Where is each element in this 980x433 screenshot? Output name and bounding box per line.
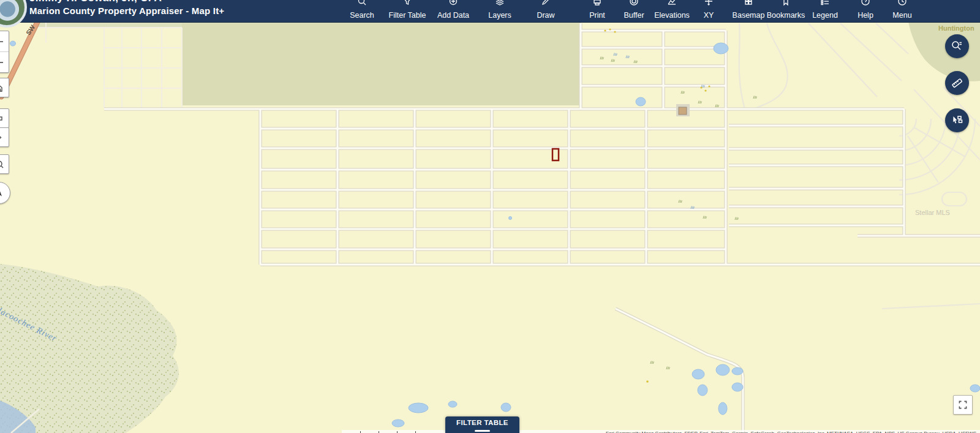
home-icon: [0, 83, 4, 92]
toolbar-item-add-data[interactable]: Add Data: [428, 0, 479, 22]
basemap-icon: [744, 0, 753, 6]
previous-extent-icon: [0, 113, 4, 123]
select-features-button[interactable]: [945, 108, 969, 132]
select-features-icon: [951, 114, 963, 127]
drag-handle[interactable]: [475, 430, 490, 432]
map-container: SW lacoochee River Huntington ub Stellar…: [0, 22, 980, 433]
home-button[interactable]: [0, 78, 9, 97]
next-extent-button[interactable]: [0, 127, 9, 147]
filter-icon: [402, 0, 412, 6]
elevations-icon: [667, 0, 677, 6]
building-symbol: [676, 104, 690, 116]
menu-icon: [897, 0, 907, 6]
toolbar-item-filter-table[interactable]: Filter Table: [382, 0, 433, 22]
identify-search-button[interactable]: [945, 34, 969, 58]
zoom-out-button[interactable]: [0, 51, 9, 72]
bookmarks-icon: [781, 0, 791, 6]
toolbar-item-search[interactable]: Search: [336, 0, 388, 22]
wetland-area: [0, 264, 179, 433]
stellar-label: Stellar MLS: [915, 209, 950, 216]
search-icon: [357, 0, 367, 6]
fullscreen-button[interactable]: [953, 395, 973, 415]
filter-table-tab-label: FILTER TABLE: [445, 419, 519, 426]
xy-icon: [704, 0, 714, 6]
app-header: Jimmy H. Cowan, Jr., CFA Marion County P…: [0, 0, 980, 23]
add-data-icon: [448, 0, 458, 6]
previous-extent-button[interactable]: [0, 108, 9, 128]
toolbar-item-draw[interactable]: Draw: [520, 0, 571, 22]
fullscreen-icon: [956, 397, 970, 412]
filter-table-tab[interactable]: FILTER TABLE: [445, 416, 519, 433]
appraiser-name-title: Jimmy H. Cowan, Jr., CFA: [29, 0, 224, 4]
identify-search-icon: [951, 40, 963, 53]
vegetation-block: [182, 23, 581, 105]
next-extent-icon: [0, 132, 4, 142]
buffer-icon: [629, 0, 639, 6]
help-icon: [861, 0, 870, 6]
app-window: Jimmy H. Cowan, Jr., CFA Marion County P…: [0, 0, 980, 433]
legend-icon: [820, 0, 830, 6]
layers-icon: [495, 0, 505, 6]
zoom-control: [0, 31, 9, 73]
zoom-in-icon: [0, 37, 4, 47]
locate-button[interactable]: [0, 154, 9, 174]
huntington-label: Huntington: [938, 24, 974, 32]
attribution-text: Esri Community Maps Contributors, FDEP, …: [606, 431, 976, 433]
zoom-out-icon: [0, 58, 4, 67]
app-titles: Jimmy H. Cowan, Jr., CFA Marion County P…: [29, 0, 224, 16]
attribution-bar: Esri Community Maps Contributors, FDEP, …: [342, 430, 980, 433]
toolbar-item-layers[interactable]: Layers: [474, 0, 526, 22]
print-icon: [592, 0, 602, 6]
zoom-in-button[interactable]: [0, 31, 9, 51]
compass-icon: [0, 188, 4, 198]
locate-icon: [0, 159, 4, 169]
toolbar-item-menu[interactable]: Menu: [876, 0, 928, 22]
measure-button[interactable]: [945, 71, 969, 95]
measure-icon: [951, 77, 963, 89]
map-canvas[interactable]: SW lacoochee River Huntington ub Stellar…: [0, 22, 980, 433]
minor-roads-left: [34, 22, 182, 108]
page-title: Marion County Property Appraiser - Map I…: [29, 6, 224, 17]
selected-parcel-highlight: [552, 149, 559, 160]
draw-icon: [541, 0, 551, 6]
